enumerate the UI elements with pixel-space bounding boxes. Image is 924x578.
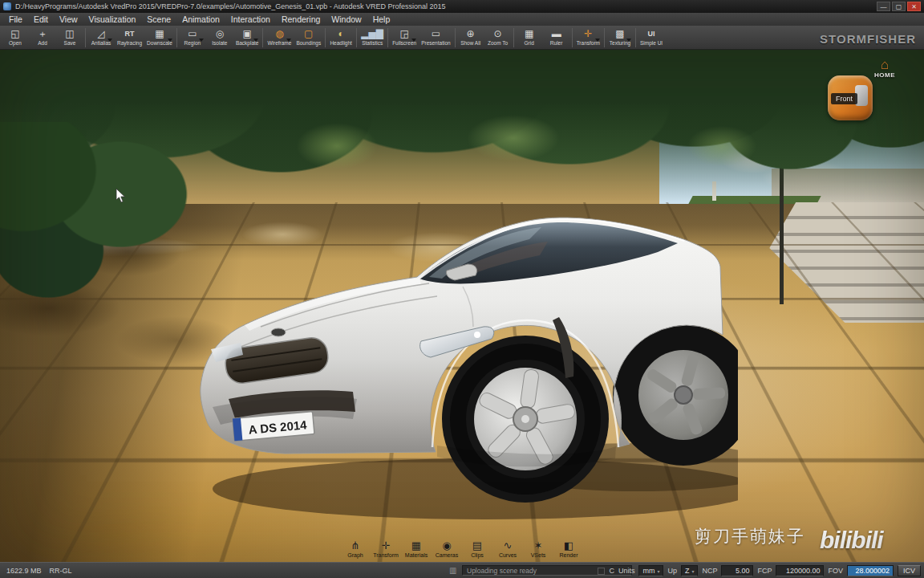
transform-icon: ✛ <box>584 29 592 39</box>
isolate-icon: ◎ <box>216 29 224 39</box>
toolbar-show-all[interactable]: ⊕Show All <box>457 26 484 49</box>
toolbar-presentation[interactable]: ▭Presentation <box>419 26 453 49</box>
ncp-field[interactable]: 5.00 <box>721 565 753 576</box>
statistics-icon: ▂▅▇ <box>361 29 383 39</box>
fov-label: FOV <box>828 567 843 575</box>
module-materials[interactable]: ▦Materials <box>403 540 431 558</box>
boundings-icon: ▢ <box>304 29 313 39</box>
module-transform[interactable]: ✛Transform <box>372 540 400 558</box>
graph-icon: ⋔ <box>351 540 360 552</box>
menu-rendering[interactable]: Rendering <box>276 14 326 25</box>
toolbar-save[interactable]: ◫Save <box>56 26 83 49</box>
toolbar-separator <box>356 28 357 47</box>
c-checkbox[interactable] <box>598 568 605 575</box>
minimize-button[interactable]: — <box>877 2 890 11</box>
up-axis-dropdown[interactable]: Z <box>681 565 699 576</box>
toolbar-wireframe[interactable]: ◍Wireframe <box>265 26 294 49</box>
up-axis-label: Up <box>667 567 677 575</box>
toolbar-grid[interactable]: ▦Grid <box>516 26 543 49</box>
renderer-mode: RR-GL <box>50 567 72 575</box>
module-cameras[interactable]: ◉Cameras <box>433 540 461 558</box>
toolbar-add[interactable]: ＋Add <box>29 26 56 49</box>
title-bar: D:/HeavyPrograms/Autodesk VredPro 2015/V… <box>0 0 924 13</box>
menu-help[interactable]: Help <box>367 14 396 25</box>
toolbar-raytracing[interactable]: RTRaytracing <box>115 26 144 49</box>
front-wheel <box>442 336 609 503</box>
home-icon[interactable]: ⌂ <box>881 57 889 73</box>
toolbar-separator <box>604 28 605 47</box>
toolbar-separator <box>387 28 388 47</box>
toolbar-separator <box>262 28 263 47</box>
toolbar-ruler[interactable]: ▬Ruler <box>543 26 570 49</box>
close-button[interactable]: ✕ <box>907 2 921 11</box>
concept-car: A DS 2014 <box>164 206 738 535</box>
status-bar: 1622.9 MB RR-GL ▥ Uploading scene ready … <box>0 562 924 578</box>
module-render[interactable]: ◧Render <box>555 540 583 558</box>
toolbar-simple-ui[interactable]: UISimple UI <box>638 26 665 49</box>
ruler-icon: ▬ <box>552 29 561 39</box>
region-icon: ▭ <box>188 29 197 39</box>
texturing-icon: ▩ <box>615 29 624 39</box>
menu-file[interactable]: File <box>3 14 28 25</box>
toolbar-headlight[interactable]: ◐Headlight <box>327 26 355 49</box>
toolbar-separator <box>572 28 573 47</box>
bilibili-watermark: bilibili <box>820 527 883 554</box>
menu-window[interactable]: Window <box>326 14 367 25</box>
hood-emblem <box>271 328 286 336</box>
vred-app-icon <box>3 2 11 10</box>
toolbar-fullscreen[interactable]: ◲Fullscreen <box>390 26 419 49</box>
antialias-icon: ◿ <box>97 29 104 39</box>
toolbar-separator <box>635 28 636 47</box>
viewport-3d[interactable]: A DS 2014 ⌂ HOME Front ⋔Graph ✛Transform… <box>0 50 924 562</box>
module-vsets[interactable]: ✶VSets <box>525 540 553 558</box>
toolbar-open[interactable]: ◱Open <box>2 26 29 49</box>
raytracing-icon: RT <box>125 29 135 39</box>
fcp-field[interactable]: 120000.00 <box>776 565 824 576</box>
toolbar-boundings[interactable]: ▢Boundings <box>294 26 323 49</box>
cameras-icon: ◉ <box>442 540 451 552</box>
render-icon: ◧ <box>564 540 573 552</box>
curves-icon: ∿ <box>504 540 513 552</box>
module-graph[interactable]: ⋔Graph <box>342 540 370 558</box>
home-label: HOME <box>874 71 895 79</box>
toolbar-antialias[interactable]: ◿Antialias <box>87 26 115 49</box>
icv-button[interactable]: ICV <box>898 565 921 576</box>
toolbar-separator <box>325 28 326 47</box>
simple-ui-icon: UI <box>648 29 655 39</box>
toolbar-zoom-to[interactable]: ⊙Zoom To <box>484 26 512 49</box>
toolbar-texturing[interactable]: ▩Texturing <box>606 26 634 49</box>
toolbar-transform[interactable]: ✛Transform <box>574 26 602 49</box>
module-curves[interactable]: ∿Curves <box>494 540 522 558</box>
materials-icon: ▦ <box>411 540 421 552</box>
menu-interaction[interactable]: Interaction <box>225 14 276 25</box>
toolbar-statistics[interactable]: ▂▅▇Statistics <box>359 26 386 49</box>
add-file-icon: ＋ <box>38 29 47 39</box>
toolbar-region[interactable]: ▭Region <box>179 26 206 49</box>
toolbar-isolate[interactable]: ◎Isolate <box>206 26 233 49</box>
toolbar-separator <box>513 28 514 47</box>
menu-scene[interactable]: Scene <box>141 14 176 25</box>
module-clips[interactable]: ▤Clips <box>464 540 492 558</box>
fcp-label: FCP <box>757 567 772 575</box>
fov-field[interactable]: 28.000002 <box>847 565 894 576</box>
module-toolbar: ⋔Graph ✛Transform ▦Materials ◉Cameras ▤C… <box>342 540 583 558</box>
uploader-watermark: 剪刀手萌妹子 <box>695 525 805 547</box>
navigation-widget: ⌂ HOME Front <box>825 59 913 127</box>
toolbar-downscale[interactable]: ▦Downscale <box>144 26 175 49</box>
toolbar-separator <box>176 28 177 47</box>
menu-edit[interactable]: Edit <box>28 14 54 25</box>
nav-front-label[interactable]: Front <box>831 93 857 104</box>
folder-open-icon: ◱ <box>10 29 19 39</box>
toolbar-separator <box>455 28 456 47</box>
transform-module-icon: ✛ <box>382 540 391 552</box>
menu-view[interactable]: View <box>54 14 83 25</box>
ncp-label: NCP <box>702 567 717 575</box>
main-toolbar: ◱Open ＋Add ◫Save ◿Antialias RTRaytracing… <box>0 26 924 50</box>
toolbar-backplate[interactable]: ▣Backplate <box>233 26 261 49</box>
units-dropdown[interactable]: mm <box>638 565 663 576</box>
show-all-icon: ⊕ <box>467 29 475 39</box>
maximize-button[interactable]: ▢ <box>892 2 906 11</box>
menu-visualization[interactable]: Visualization <box>83 14 142 25</box>
presentation-icon: ▭ <box>432 29 440 39</box>
menu-animation[interactable]: Animation <box>176 14 225 25</box>
